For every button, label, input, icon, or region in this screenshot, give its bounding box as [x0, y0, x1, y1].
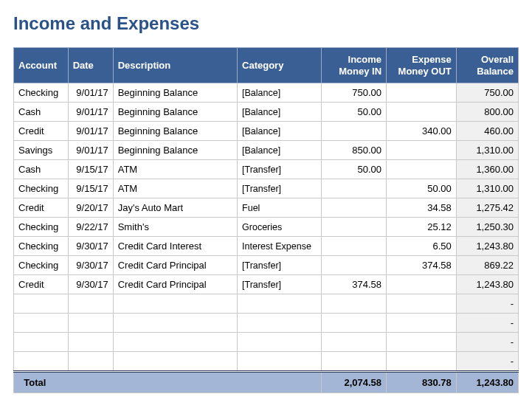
- cell-balance: -: [456, 294, 518, 314]
- cell-category: [Balance]: [238, 141, 322, 160]
- cell-date: 9/01/17: [68, 141, 113, 160]
- ledger-table: Account Date Description Category Income…: [13, 47, 519, 393]
- total-balance: 1,243.80: [456, 372, 518, 393]
- cell-account: Credit: [14, 198, 69, 218]
- cell-category: [Transfer]: [238, 256, 322, 275]
- cell-category: [238, 294, 322, 314]
- cell-income: [321, 256, 386, 275]
- cell-description: [113, 333, 237, 352]
- header-row: Account Date Description Category Income…: [14, 48, 519, 83]
- cell-balance: 1,360.00: [456, 160, 518, 179]
- table-row: -: [14, 333, 519, 352]
- cell-category: [Balance]: [238, 103, 322, 122]
- header-category: Category: [238, 48, 322, 83]
- cell-income: [321, 237, 386, 256]
- cell-date: [68, 352, 113, 372]
- cell-category: Groceries: [238, 218, 322, 237]
- table-row: Checking9/15/17ATM[Transfer]50.001,310.0…: [14, 179, 519, 198]
- cell-expense: 6.50: [387, 237, 457, 256]
- cell-category: [Balance]: [238, 122, 322, 141]
- cell-description: [113, 352, 237, 372]
- cell-description: Beginning Balance: [113, 122, 237, 141]
- cell-date: 9/15/17: [68, 179, 113, 198]
- table-row: Savings9/01/17Beginning Balance[Balance]…: [14, 141, 519, 160]
- cell-date: 9/01/17: [68, 83, 113, 103]
- cell-category: [Transfer]: [238, 275, 322, 294]
- cell-account: Checking: [14, 83, 69, 103]
- total-label: Total: [14, 372, 322, 393]
- cell-expense: [387, 352, 457, 372]
- cell-balance: 1,243.80: [456, 275, 518, 294]
- cell-income: [321, 333, 386, 352]
- table-row: Checking9/30/17Credit Card InterestInter…: [14, 237, 519, 256]
- table-row: Checking9/01/17Beginning Balance[Balance…: [14, 83, 519, 103]
- cell-account: Cash: [14, 103, 69, 122]
- cell-balance: 1,243.80: [456, 237, 518, 256]
- cell-description: Jay's Auto Mart: [113, 198, 237, 218]
- cell-description: Credit Card Interest: [113, 237, 237, 256]
- cell-balance: 869.22: [456, 256, 518, 275]
- cell-income: 50.00: [321, 160, 386, 179]
- cell-balance: -: [456, 352, 518, 372]
- cell-category: [Transfer]: [238, 160, 322, 179]
- cell-category: [Transfer]: [238, 179, 322, 198]
- cell-expense: [387, 83, 457, 103]
- cell-category: [Balance]: [238, 83, 322, 103]
- header-expense: Expense Money OUT: [387, 48, 457, 83]
- table-row: Checking9/30/17Credit Card Principal[Tra…: [14, 256, 519, 275]
- cell-category: [238, 314, 322, 333]
- table-row: Credit9/30/17Credit Card Principal[Trans…: [14, 275, 519, 294]
- cell-description: Beginning Balance: [113, 141, 237, 160]
- table-row: -: [14, 294, 519, 314]
- cell-account: [14, 294, 69, 314]
- cell-income: [321, 198, 386, 218]
- table-row: Credit9/01/17Beginning Balance[Balance]3…: [14, 122, 519, 141]
- cell-date: 9/01/17: [68, 122, 113, 141]
- cell-balance: 800.00: [456, 103, 518, 122]
- cell-expense: [387, 160, 457, 179]
- cell-income: 850.00: [321, 141, 386, 160]
- cell-account: Checking: [14, 179, 69, 198]
- cell-date: [68, 314, 113, 333]
- cell-description: Smith's: [113, 218, 237, 237]
- cell-description: Credit Card Principal: [113, 275, 237, 294]
- cell-income: [321, 218, 386, 237]
- cell-income: [321, 352, 386, 372]
- cell-expense: [387, 294, 457, 314]
- cell-account: [14, 333, 69, 352]
- cell-date: 9/30/17: [68, 275, 113, 294]
- cell-balance: -: [456, 314, 518, 333]
- cell-category: [238, 352, 322, 372]
- cell-income: [321, 122, 386, 141]
- cell-expense: 374.58: [387, 256, 457, 275]
- table-row: Cash9/01/17Beginning Balance[Balance]50.…: [14, 103, 519, 122]
- cell-description: ATM: [113, 160, 237, 179]
- cell-description: Beginning Balance: [113, 83, 237, 103]
- page-title: Income and Expenses: [13, 13, 519, 34]
- header-income: Income Money IN: [321, 48, 386, 83]
- cell-account: Credit: [14, 275, 69, 294]
- header-description: Description: [113, 48, 237, 83]
- total-expense: 830.78: [387, 372, 457, 393]
- cell-account: Savings: [14, 141, 69, 160]
- cell-balance: 750.00: [456, 83, 518, 103]
- cell-income: [321, 314, 386, 333]
- cell-date: 9/01/17: [68, 103, 113, 122]
- table-row: Credit9/20/17Jay's Auto MartFuel34.581,2…: [14, 198, 519, 218]
- cell-description: Credit Card Principal: [113, 256, 237, 275]
- cell-category: Interest Expense: [238, 237, 322, 256]
- cell-expense: [387, 275, 457, 294]
- cell-expense: [387, 141, 457, 160]
- cell-description: [113, 314, 237, 333]
- cell-income: [321, 294, 386, 314]
- cell-category: Fuel: [238, 198, 322, 218]
- cell-income: 374.58: [321, 275, 386, 294]
- table-row: Cash9/15/17ATM[Transfer]50.001,360.00: [14, 160, 519, 179]
- cell-expense: 50.00: [387, 179, 457, 198]
- cell-balance: 1,250.30: [456, 218, 518, 237]
- cell-expense: [387, 103, 457, 122]
- cell-balance: 1,310.00: [456, 179, 518, 198]
- cell-category: [238, 333, 322, 352]
- cell-balance: 460.00: [456, 122, 518, 141]
- table-row: -: [14, 314, 519, 333]
